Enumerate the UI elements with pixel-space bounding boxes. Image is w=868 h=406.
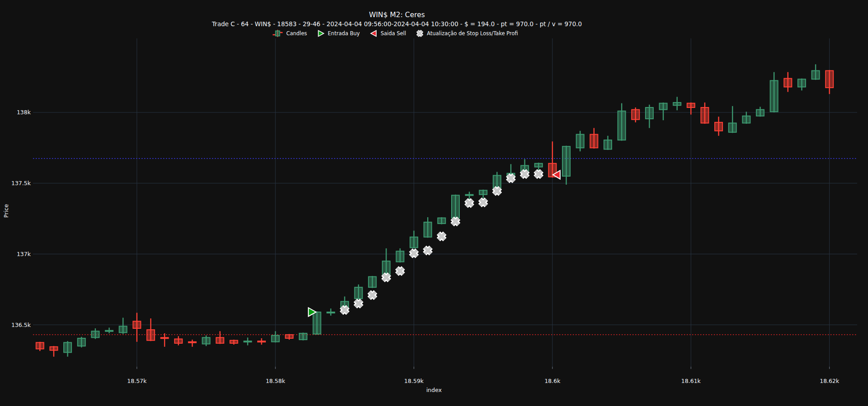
candle[interactable] — [687, 103, 695, 115]
candle-body — [729, 123, 736, 132]
candle[interactable] — [826, 70, 833, 94]
stop-update-markers — [341, 171, 542, 313]
candle-body — [673, 103, 681, 105]
candle[interactable] — [715, 117, 722, 135]
candle[interactable] — [466, 192, 473, 200]
candle[interactable] — [424, 217, 432, 238]
candle-body — [660, 103, 667, 110]
candle[interactable] — [812, 64, 820, 79]
candle[interactable] — [784, 72, 792, 92]
stop-update-marker[interactable] — [383, 274, 389, 280]
candle[interactable] — [701, 103, 708, 124]
candle-body — [576, 135, 584, 148]
candle-body — [438, 218, 445, 224]
candle[interactable] — [452, 195, 459, 219]
candle[interactable] — [382, 248, 390, 275]
candle[interactable] — [562, 146, 570, 185]
candle[interactable] — [272, 331, 279, 342]
candle-body — [36, 342, 44, 349]
stop-update-marker[interactable] — [397, 268, 403, 274]
candle[interactable] — [646, 105, 653, 128]
x-axis-title: index — [407, 387, 461, 393]
candle[interactable] — [368, 276, 376, 288]
candle[interactable] — [285, 334, 293, 340]
candle[interactable] — [133, 313, 141, 342]
candle[interactable] — [355, 285, 363, 299]
candle-body — [479, 190, 487, 194]
candle[interactable] — [175, 336, 182, 345]
candle-body — [826, 70, 833, 88]
stop-update-marker[interactable] — [355, 300, 362, 307]
candle[interactable] — [590, 128, 598, 148]
stop-update-marker[interactable] — [508, 175, 514, 182]
x-tick-label: 18.57k — [127, 378, 147, 384]
candle-body — [382, 261, 390, 275]
stop-update-marker[interactable] — [522, 171, 528, 177]
gridlines — [33, 38, 857, 367]
stop-update-marker[interactable] — [494, 188, 500, 194]
candle[interactable] — [632, 107, 639, 122]
candle[interactable] — [438, 217, 445, 224]
candle[interactable] — [161, 333, 169, 347]
stop-update-marker[interactable] — [535, 171, 542, 177]
candle[interactable] — [410, 231, 418, 248]
stop-update-marker[interactable] — [480, 199, 486, 205]
candle-body — [770, 80, 778, 112]
candle[interactable] — [770, 72, 778, 112]
candle[interactable] — [729, 106, 736, 133]
stop-update-marker[interactable] — [369, 292, 376, 298]
candle[interactable] — [244, 337, 251, 345]
candle[interactable] — [36, 342, 44, 351]
candle-body — [258, 341, 265, 342]
plot-area[interactable]: 18.57k18.58k18.59k18.6k18.61k18.62k136.5… — [0, 0, 868, 406]
candle[interactable] — [105, 327, 113, 333]
candle-body — [812, 70, 820, 79]
candle[interactable] — [313, 311, 321, 335]
candle[interactable] — [798, 79, 806, 91]
x-tick-label: 18.6k — [544, 378, 561, 384]
candle[interactable] — [604, 136, 612, 150]
candle[interactable] — [493, 172, 501, 189]
candle[interactable] — [535, 163, 542, 171]
candle[interactable] — [202, 336, 210, 346]
stop-update-marker[interactable] — [411, 250, 417, 257]
candle-body — [230, 341, 238, 343]
y-tick-label: 137k — [17, 251, 31, 257]
candle[interactable] — [258, 338, 265, 345]
candle-body — [355, 287, 363, 299]
candle[interactable] — [147, 318, 155, 341]
candle-body — [368, 277, 376, 288]
candle[interactable] — [576, 131, 584, 151]
candle-body — [618, 111, 626, 140]
candle[interactable] — [91, 328, 99, 339]
candle[interactable] — [673, 97, 681, 110]
candle-body — [313, 312, 321, 334]
candle[interactable] — [618, 103, 626, 141]
candle[interactable] — [189, 340, 196, 347]
stop-update-marker[interactable] — [466, 200, 472, 206]
candle[interactable] — [78, 337, 85, 348]
candle[interactable] — [548, 141, 556, 177]
candle[interactable] — [742, 112, 750, 124]
candle[interactable] — [119, 318, 127, 334]
candle-body — [466, 195, 473, 196]
stop-update-marker[interactable] — [452, 218, 458, 224]
candle-body — [756, 110, 764, 116]
candle[interactable] — [327, 308, 335, 316]
candle[interactable] — [660, 103, 667, 120]
stop-update-marker[interactable] — [341, 307, 348, 313]
candle-body — [424, 222, 432, 237]
candle[interactable] — [50, 346, 57, 357]
candle[interactable] — [479, 190, 487, 198]
candle[interactable] — [396, 248, 404, 262]
candle-body — [161, 337, 169, 338]
stop-update-marker[interactable] — [439, 233, 445, 239]
candle[interactable] — [216, 331, 224, 344]
stop-update-marker[interactable] — [425, 247, 431, 254]
candle[interactable] — [756, 107, 764, 117]
candle-body — [175, 339, 182, 343]
candle[interactable] — [64, 341, 71, 356]
candle[interactable] — [299, 332, 307, 340]
candle[interactable] — [230, 340, 238, 345]
candle-body — [742, 116, 750, 123]
